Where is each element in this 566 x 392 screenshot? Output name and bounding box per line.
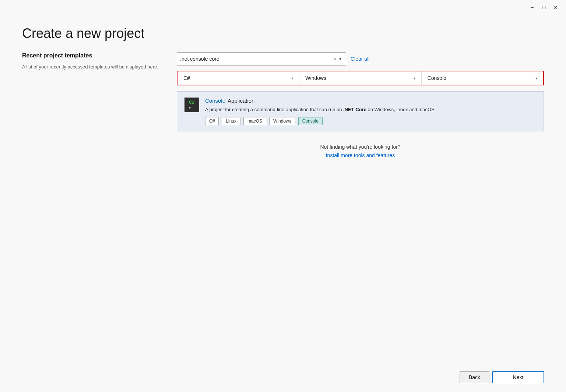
tag-console: Console — [298, 117, 323, 125]
page-content: Create a new project Recent project temp… — [0, 15, 566, 365]
not-finding-section: Not finding what you're looking for? Ins… — [177, 144, 544, 159]
right-panel: × ▾ Clear all C# ▾ Windows ▾ — [177, 52, 544, 358]
search-clear-button[interactable]: × — [332, 56, 338, 62]
titlebar: − □ ✕ — [0, 0, 566, 15]
main-area: Recent project templates A list of your … — [22, 52, 544, 358]
tag-macos: macOS — [243, 117, 266, 125]
next-button[interactable]: Next — [492, 371, 544, 383]
tag-linux: Linux — [222, 117, 240, 125]
tag-windows: Windows — [269, 117, 295, 125]
minimize-button[interactable]: − — [526, 2, 538, 13]
back-button[interactable]: Back — [460, 371, 489, 383]
close-button[interactable]: ✕ — [550, 2, 562, 13]
bottom-bar: Back Next — [0, 365, 566, 392]
template-desc: A project for creating a command-line ap… — [205, 106, 536, 113]
template-desc-highlight: .NET Core — [343, 107, 366, 112]
recent-templates-desc: A list of your recently accessed templat… — [22, 63, 162, 71]
template-icon-text: C#▶_ — [189, 100, 195, 110]
template-tags: C# Linux macOS Windows Console — [205, 117, 536, 125]
page-title: Create a new project — [22, 26, 544, 41]
language-filter-value: C# — [183, 75, 190, 81]
project-type-filter-dropdown[interactable]: Console ▾ — [422, 71, 543, 85]
project-type-filter-value: Console — [428, 75, 446, 81]
platform-filter-dropdown[interactable]: Windows ▾ — [299, 71, 421, 85]
install-tools-link[interactable]: Install more tools and features — [326, 152, 395, 158]
template-name-highlight: Console — [205, 98, 225, 104]
maximize-button[interactable]: □ — [538, 2, 550, 13]
template-desc-after: on Windows, Linux and macOS — [366, 107, 435, 112]
recent-templates-title: Recent project templates — [22, 52, 162, 59]
search-input[interactable] — [180, 56, 332, 62]
template-name-row: Console Application — [205, 98, 536, 104]
template-desc-before: A project for creating a command-line ap… — [205, 107, 343, 112]
search-box: × ▾ — [177, 52, 346, 66]
search-dropdown-icon[interactable]: ▾ — [338, 56, 343, 61]
template-card[interactable]: C#▶_ Console Application A project for c… — [177, 91, 544, 131]
template-icon: C#▶_ — [184, 98, 199, 112]
filter-row: C# ▾ Windows ▾ Console ▾ — [177, 71, 544, 85]
not-finding-text: Not finding what you're looking for? — [177, 144, 544, 150]
project-type-dropdown-icon: ▾ — [535, 76, 537, 80]
main-window: − □ ✕ Create a new project Recent projec… — [0, 0, 566, 392]
search-row: × ▾ Clear all — [177, 52, 544, 66]
language-dropdown-icon: ▾ — [291, 76, 293, 80]
platform-dropdown-icon: ▾ — [414, 76, 415, 80]
platform-filter-value: Windows — [305, 75, 326, 81]
template-name-suffix: Application — [228, 98, 254, 104]
language-filter-dropdown[interactable]: C# ▾ — [177, 71, 299, 85]
template-details: Console Application A project for creati… — [205, 98, 536, 125]
clear-all-button[interactable]: Clear all — [351, 56, 369, 62]
tag-csharp: C# — [205, 117, 219, 125]
left-panel: Recent project templates A list of your … — [22, 52, 162, 358]
